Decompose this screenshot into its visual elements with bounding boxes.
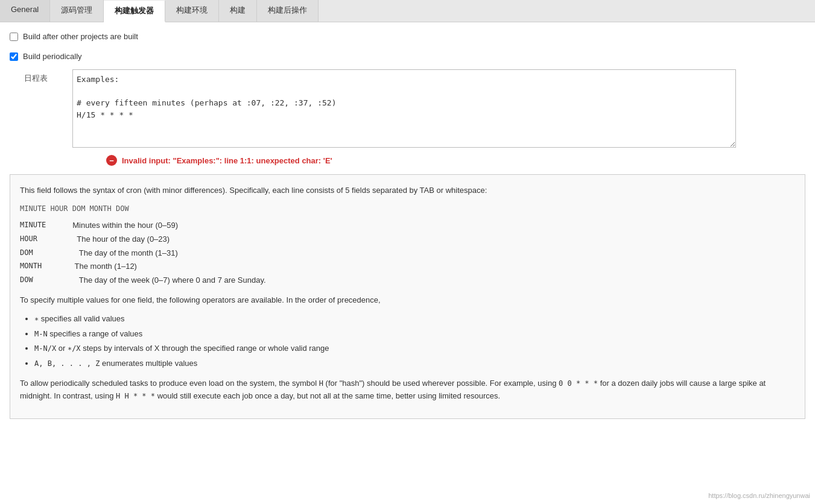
error-message: Invalid input: "Examples:": line 1:1: un… (122, 156, 332, 165)
tab-bar: General 源码管理 构建触发器 构建环境 构建 构建后操作 (0, 0, 815, 22)
tab-triggers[interactable]: 构建触发器 (104, 1, 165, 22)
operators-intro: To specify multiple values for one field… (20, 294, 795, 307)
error-icon: − (106, 155, 117, 166)
operator-star: ∗ specifies all valid values (34, 313, 795, 326)
field-row-dom: DOM The day of the month (1–31) (20, 247, 795, 260)
tab-post[interactable]: 构建后操作 (257, 0, 319, 22)
field-row-month: MONTH The month (1–12) (20, 260, 795, 273)
field-desc-hour: The hour of the day (0–23) (68, 233, 170, 246)
schedule-label: 日程表 (24, 69, 72, 84)
build-periodically-row: Build periodically (10, 49, 805, 63)
hash-note: To allow periodically scheduled tasks to… (20, 377, 795, 403)
operator-range: M-N specifies a range of values (34, 328, 795, 341)
field-desc-minute: Minutes within the hour (0–59) (68, 219, 178, 232)
operators-list: ∗ specifies all valid values M-N specifi… (20, 313, 795, 370)
cron-fields-header: MINUTE HOUR DOM MONTH DOW (20, 203, 795, 215)
operator-steps: M-N/X or ∗/X steps by intervals of X thr… (34, 342, 795, 355)
field-desc-dom: The day of the month (1–31) (68, 247, 178, 260)
watermark: https://blog.csdn.ru/zhinengyunwai (708, 492, 810, 499)
main-content: Build after other projects are built Bui… (0, 22, 815, 504)
field-name-month: MONTH (20, 260, 68, 273)
build-after-checkbox[interactable] (10, 33, 18, 41)
error-row: − Invalid input: "Examples:": line 1:1: … (106, 153, 805, 168)
operator-enum: A, B, . . . , Z enumerates multiple valu… (34, 358, 795, 370)
field-table: MINUTE Minutes within the hour (0–59) HO… (20, 219, 795, 287)
field-desc-month: The month (1–12) (68, 260, 137, 273)
help-intro: This field follows the syntax of cron (w… (20, 184, 795, 197)
field-name-dom: DOM (20, 247, 68, 260)
field-row-hour: HOUR The hour of the day (0–23) (20, 233, 795, 246)
tab-env[interactable]: 构建环境 (165, 0, 219, 22)
build-after-label[interactable]: Build after other projects are built (23, 32, 138, 41)
help-box: This field follows the syntax of cron (w… (10, 174, 805, 419)
field-name-hour: HOUR (20, 233, 68, 246)
field-name-minute: MINUTE (20, 219, 68, 232)
build-after-row: Build after other projects are built (10, 30, 805, 43)
tab-build[interactable]: 构建 (219, 0, 257, 22)
field-row-minute: MINUTE Minutes within the hour (0–59) (20, 219, 795, 232)
field-desc-dow: The day of the week (0–7) where 0 and 7 … (68, 274, 266, 287)
schedule-section: 日程表 Examples: # every fifteen minutes (p… (24, 69, 805, 148)
tab-general[interactable]: General (0, 0, 50, 22)
field-name-dow: DOW (20, 274, 68, 287)
tab-scm[interactable]: 源码管理 (50, 0, 104, 22)
build-periodically-checkbox[interactable] (10, 52, 18, 61)
build-periodically-label[interactable]: Build periodically (23, 52, 82, 61)
schedule-textarea[interactable]: Examples: # every fifteen minutes (perha… (72, 69, 736, 148)
field-row-dow: DOW The day of the week (0–7) where 0 an… (20, 274, 795, 287)
